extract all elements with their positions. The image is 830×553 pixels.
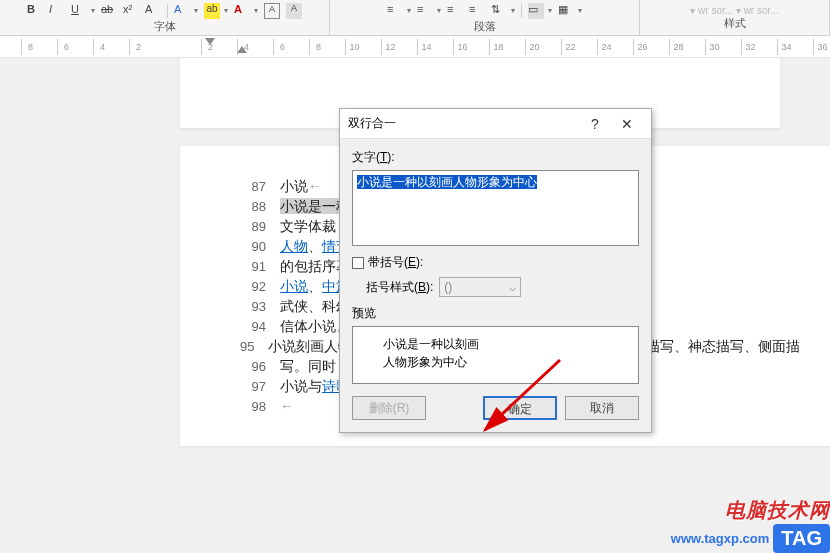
text-effect-icon[interactable]: A <box>234 3 250 19</box>
watermark-tag: TAG <box>773 524 830 553</box>
ruler-tick: 26 <box>633 39 651 55</box>
cancel-button[interactable]: 取消 <box>565 396 639 420</box>
ruler-tick: 32 <box>741 39 759 55</box>
superscript-icon[interactable]: x² <box>123 3 139 19</box>
hyperlink[interactable]: 小说 <box>280 278 308 294</box>
highlight-icon[interactable]: ab <box>204 3 220 19</box>
style-group: ▾ wr sor... ▾ wr sor... 样式 <box>640 0 830 35</box>
line-number: 87 <box>240 179 266 194</box>
chevron-down-icon: ⌵ <box>509 280 516 294</box>
ruler-tick: 18 <box>489 39 507 55</box>
preview-line: 小说是一种以刻画 <box>383 335 608 353</box>
hyperlink[interactable]: 人物 <box>280 238 308 254</box>
preview-line: 人物形象为中心 <box>383 353 608 371</box>
line-number: 98 <box>240 399 266 414</box>
line-number: 93 <box>240 299 266 314</box>
dialog-titlebar[interactable]: 双行合一 ? ✕ <box>340 109 651 139</box>
delete-button[interactable]: 删除(R) <box>352 396 426 420</box>
bracket-style-label: 括号样式(B): <box>366 279 433 296</box>
shading-icon[interactable]: ▭ <box>528 3 544 19</box>
align-left-icon[interactable]: ≡ <box>447 3 463 19</box>
italic-icon[interactable]: I <box>49 3 65 19</box>
line-number: 96 <box>240 359 266 374</box>
line-spacing-icon[interactable]: ⇅ <box>491 3 507 19</box>
bracket-style-select[interactable]: () ⌵ <box>439 277 521 297</box>
ruler[interactable]: 1086422468101214161820222426283032343638 <box>0 36 830 58</box>
ruler-tick: 12 <box>381 39 399 55</box>
line-number: 90 <box>240 239 266 254</box>
bullet-list-icon[interactable]: ≡ <box>387 3 403 19</box>
text-field-label: 文字(T): <box>352 149 639 166</box>
chevron-down-icon[interactable]: ▾ <box>548 6 552 15</box>
ruler-tick: 8 <box>309 39 327 55</box>
ruler-tick: 4 <box>93 39 111 55</box>
watermark-logo: 电脑技术网 www.tagxp.com TAG <box>671 497 830 553</box>
line-number: 94 <box>240 319 266 334</box>
ruler-tick: 34 <box>777 39 795 55</box>
separator <box>167 4 168 18</box>
line-number: 92 <box>240 279 266 294</box>
borders-icon[interactable]: ▦ <box>558 3 574 19</box>
style-group-label: 样式 <box>724 16 746 33</box>
line-number: 95 <box>240 339 254 354</box>
ruler-tick: 36 <box>813 39 830 55</box>
watermark-url: www.tagxp.com <box>671 531 769 546</box>
font-group: B I U ▾ ab x² A A ▾ ab ▾ A ▾ A A 字体 <box>0 0 330 35</box>
line-number: 97 <box>240 379 266 394</box>
ruler-tick: 20 <box>525 39 543 55</box>
font-group-label: 字体 <box>154 19 176 36</box>
line-number: 91 <box>240 259 266 274</box>
chevron-down-icon[interactable]: ▾ <box>511 6 515 15</box>
chevron-down-icon[interactable]: ▾ <box>91 6 95 15</box>
ribbon-toolbar: B I U ▾ ab x² A A ▾ ab ▾ A ▾ A A 字体 ≡ ▾ … <box>0 0 830 36</box>
ruler-tick: 8 <box>21 39 39 55</box>
clear-format-icon[interactable]: A <box>145 3 161 19</box>
ruler-tick: 10 <box>0 39 3 55</box>
ruler-tick: 2 <box>129 39 147 55</box>
chevron-down-icon[interactable]: ▾ <box>254 6 258 15</box>
chevron-down-icon[interactable]: ▾ <box>224 6 228 15</box>
font-color-icon[interactable]: A <box>174 3 190 19</box>
chevron-down-icon[interactable]: ▾ <box>194 6 198 15</box>
align-center-icon[interactable]: ≡ <box>469 3 485 19</box>
ok-button[interactable]: 确定 <box>483 396 557 420</box>
preview-label: 预览 <box>352 305 639 322</box>
bracket-checkbox[interactable] <box>352 257 364 269</box>
indent-marker-top[interactable] <box>205 38 215 45</box>
separator <box>521 4 522 18</box>
chevron-down-icon[interactable]: ▾ <box>578 6 582 15</box>
chevron-down-icon[interactable]: ▾ <box>437 6 441 15</box>
paragraph-group-label: 段落 <box>474 19 496 36</box>
two-lines-in-one-dialog: 双行合一 ? ✕ 文字(T): 小说是一种以刻画人物形象为中心 带括号(E): … <box>339 108 652 433</box>
ruler-tick: 30 <box>705 39 723 55</box>
char-shading-icon[interactable]: A <box>286 3 302 19</box>
ruler-tick: 6 <box>273 39 291 55</box>
chevron-down-icon[interactable]: ▾ <box>407 6 411 15</box>
ruler-tick: 24 <box>597 39 615 55</box>
ruler-tick: 6 <box>57 39 75 55</box>
char-border-icon[interactable]: A <box>264 3 280 19</box>
indent-marker-bottom[interactable] <box>237 46 247 53</box>
text-input[interactable]: 小说是一种以刻画人物形象为中心 <box>352 170 639 246</box>
number-list-icon[interactable]: ≡ <box>417 3 433 19</box>
ruler-tick: 16 <box>453 39 471 55</box>
ruler-tick: 14 <box>417 39 435 55</box>
text-input-value: 小说是一种以刻画人物形象为中心 <box>357 175 537 189</box>
watermark-title: 电脑技术网 <box>725 497 830 524</box>
line-number: 89 <box>240 219 266 234</box>
ruler-tick: 22 <box>561 39 579 55</box>
paragraph-group: ≡ ▾ ≡ ▾ ≡ ≡ ⇅ ▾ ▭ ▾ ▦ ▾ 段落 <box>330 0 640 35</box>
ruler-tick: 10 <box>345 39 363 55</box>
underline-icon[interactable]: U <box>71 3 87 19</box>
help-button[interactable]: ? <box>579 116 611 132</box>
bracket-checkbox-label: 带括号(E): <box>368 254 423 271</box>
ruler-tick: 28 <box>669 39 687 55</box>
preview-box: 小说是一种以刻画 人物形象为中心 <box>352 326 639 384</box>
close-button[interactable]: ✕ <box>611 116 643 132</box>
bold-icon[interactable]: B <box>27 3 43 19</box>
dialog-title-text: 双行合一 <box>348 115 579 132</box>
strikethrough-icon[interactable]: ab <box>101 3 117 19</box>
line-number: 88 <box>240 199 266 214</box>
